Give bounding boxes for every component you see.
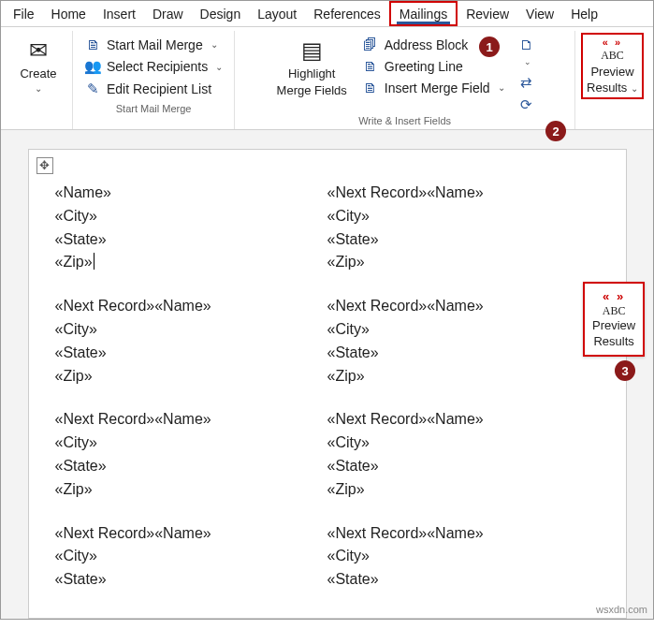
tab-home[interactable]: Home [43,3,94,24]
merge-field-line: «State» [55,342,327,365]
watermark: wsxdn.com [596,604,647,615]
ribbon-tabs: File Home Insert Draw Design Layout Refe… [1,1,653,27]
popup-abc: ABC [592,304,635,318]
merge-field-line: «State» [327,342,600,365]
envelope-icon: ✉ [29,37,48,65]
recipients-icon: 👥 [84,58,101,75]
start-mail-merge-label: Start Mail Merge [107,37,203,52]
label-cell[interactable]: «Name»«City»«State»«Zip» [55,178,327,291]
merge-field-line: «State» [55,455,327,478]
group-label-start: Start Mail Merge [79,101,228,117]
insert-merge-field-label: Insert Merge Field [385,80,490,95]
merge-field-line: «City» [55,545,327,568]
label-cell[interactable]: «Next Record»«Name»«City»«State»«Zip» [55,404,327,518]
merge-field-line: «State» [55,568,327,592]
merge-field-line: «Zip» [55,365,327,388]
tab-insert[interactable]: Insert [94,3,144,24]
merge-field-line: «City» [327,318,600,342]
chevron-down-icon: ⌄ [35,83,42,95]
group-create: ✉ Create ⌄ [5,31,73,129]
merge-field-line: «City» [55,432,327,455]
merge-field-line: «Next Record»«Name» [327,182,600,205]
start-merge-icon: 🗎 [84,37,101,52]
tab-draw[interactable]: Draw [144,3,192,24]
tab-layout[interactable]: Layout [249,3,305,24]
greeting-icon: 🗎 [362,58,379,74]
start-mail-merge-button[interactable]: 🗎 Start Mail Merge ⌄ [79,35,228,54]
tab-design[interactable]: Design [192,3,250,24]
tab-view[interactable]: View [517,3,562,24]
insert-field-icon: 🗎 [362,80,379,95]
label-cell[interactable]: «Next Record»«Name»«City»«State»«Zip» [327,404,600,518]
preview-arrows-icon: « » [592,289,635,304]
merge-field-line: «State» [327,228,600,252]
group-preview: « » ABC Preview Results ⌄ [575,31,649,129]
document-area: ✥ «Name»«City»«State»«Zip»«Next Record»«… [1,130,653,619]
callout-1: 1 [479,37,500,57]
tab-mailings[interactable]: Mailings [389,1,458,26]
group-label-create [10,98,66,114]
merge-field-line: «State» [327,568,600,592]
match-fields-button[interactable]: ⇄ [516,74,537,91]
table-move-handle[interactable]: ✥ [36,157,53,174]
merge-field-line: «Next Record»«Name» [327,522,600,546]
ribbon: ✉ Create ⌄ 🗎 Start Mail Merge ⌄ 👥 Select… [1,27,653,130]
merge-field-line: «Next Record»«Name» [55,408,327,432]
merge-field-line: «Zip» [55,478,327,502]
select-recipients-label: Select Recipients [107,59,208,74]
highlight-label-2: Merge Fields [277,83,347,98]
document-page[interactable]: ✥ «Name»«City»«State»«Zip»«Next Record»«… [28,149,627,619]
chevron-down-icon: ⌄ [215,62,223,72]
merge-field-line: «Zip» [327,365,600,388]
merge-field-line: «State» [55,228,327,252]
preview-results-popup[interactable]: « » ABC Preview Results [583,282,645,357]
tab-file[interactable]: File [5,3,43,24]
rules-column: 🗋⌄ ⇄ ⟳ [515,33,539,113]
merge-field-line: «City» [327,545,600,568]
preview-results-button[interactable]: « » ABC Preview Results ⌄ [581,33,644,99]
merge-field-line: «Zip» [55,251,327,274]
merge-field-line: «City» [55,318,327,342]
insert-merge-field-button[interactable]: 🗎 Insert Merge Field ⌄ [356,78,511,97]
merge-field-line: «State» [327,455,600,478]
label-cell[interactable]: «Next Record»«Name»«City»«State»«Zip» [55,291,327,404]
chevron-down-icon: ⌄ [631,83,638,94]
label-cell[interactable]: «Next Record»«Name»«City»«State» [327,519,600,608]
merge-field-line: «Zip» [327,251,600,274]
label-cell[interactable]: «Next Record»«Name»«City»«State» [55,519,327,608]
create-button[interactable]: ✉ Create ⌄ [10,33,66,98]
label-cell[interactable]: «Next Record»«Name»«City»«State»«Zip» [327,291,600,404]
merge-field-line: «Next Record»«Name» [55,522,327,546]
merge-field-line: «City» [327,432,600,455]
label-grid: «Name»«City»«State»«Zip»«Next Record»«Na… [55,178,600,608]
update-labels-button[interactable]: ⟳ [516,96,537,113]
greeting-line-label: Greeting Line [385,59,463,74]
select-recipients-button[interactable]: 👥 Select Recipients ⌄ [79,56,228,77]
merge-field-line: «Next Record»«Name» [327,295,600,318]
merge-field-line: «Name» [55,182,327,205]
merge-field-line: «City» [327,205,600,228]
label-cell[interactable]: «Next Record»«Name»«City»«State»«Zip» [327,178,600,291]
rules-button[interactable]: 🗋⌄ [516,37,537,68]
group-label-preview [581,99,644,115]
callout-3: 3 [615,360,635,381]
preview-abc: ABC [601,49,624,62]
chevron-down-icon: ⌄ [498,82,505,93]
tab-references[interactable]: References [305,3,389,24]
tab-help[interactable]: Help [562,3,606,24]
highlight-merge-fields-button[interactable]: ▤ Highlight Merge Fields [271,33,353,101]
edit-recipient-list-button[interactable]: ✎ Edit Recipient List [79,79,228,99]
merge-field-line: «Zip» [327,478,600,502]
merge-field-line: «Next Record»«Name» [55,295,327,318]
group-label-write: Write & Insert Fields [240,113,569,129]
merge-field-line: «Next Record»«Name» [327,408,600,432]
highlight-icon: ▤ [301,37,323,65]
edit-recipient-list-label: Edit Recipient List [107,81,211,96]
greeting-line-button[interactable]: 🗎 Greeting Line [356,56,511,76]
preview-label-1: Preview [590,65,633,80]
create-label: Create [20,66,56,81]
highlight-label-1: Highlight [288,66,336,81]
tab-review[interactable]: Review [458,3,517,24]
group-start-mail-merge: 🗎 Start Mail Merge ⌄ 👥 Select Recipients… [73,31,235,129]
popup-line1: Preview [592,318,635,333]
